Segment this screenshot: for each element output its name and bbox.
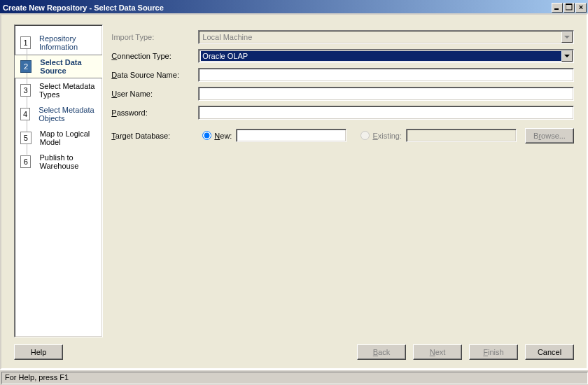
maximize-icon[interactable]: [564, 3, 575, 13]
step-select-data-source[interactable]: 2 Select Data Source: [15, 55, 102, 78]
target-existing-radio: Existing:: [360, 131, 402, 140]
window-title: Create New Repository - Select Data Sour…: [3, 4, 164, 12]
connection-type-label: Connection Type:: [111, 52, 198, 60]
wizard-steps-sidebar: 1 Repository Information 2 Select Data S…: [14, 24, 103, 337]
help-button[interactable]: Help: [14, 344, 63, 360]
step-label: Select Metadata Objects: [38, 106, 102, 122]
step-label: Repository Information: [39, 34, 102, 51]
titlebar: Create New Repository - Select Data Sour…: [0, 0, 588, 13]
step-number: 3: [20, 84, 31, 97]
browse-button: Browse...: [525, 128, 574, 144]
step-select-metadata-objects[interactable]: 4 Select Metadata Objects: [15, 102, 102, 126]
radio-input: [360, 131, 370, 140]
step-label: Select Metadata Types: [39, 82, 102, 99]
step-number: 1: [20, 36, 31, 49]
svg-rect-0: [554, 8, 559, 10]
step-publish-to-warehouse[interactable]: 6 Publish to Warehouse: [15, 150, 102, 174]
user-name-input[interactable]: [198, 87, 574, 101]
next-button: Next: [413, 344, 462, 360]
form-panel: Import Type: Local Machine Connection Ty…: [111, 24, 574, 337]
step-repository-information[interactable]: 1 Repository Information: [15, 31, 102, 55]
connection-type-select[interactable]: Oracle OLAP: [198, 49, 574, 63]
minimize-icon[interactable]: [552, 3, 563, 13]
step-number: 4: [20, 108, 30, 120]
status-bar: For Help, press F1: [0, 370, 588, 385]
connection-type-value: Oracle OLAP: [201, 51, 561, 61]
data-source-name-input[interactable]: [198, 68, 574, 82]
back-button: Back: [357, 344, 406, 360]
step-number: 5: [20, 132, 31, 144]
step-label: Map to Logical Model: [40, 130, 103, 146]
step-map-to-logical-model[interactable]: 5 Map to Logical Model: [15, 126, 102, 150]
radio-input[interactable]: [202, 131, 211, 140]
password-label: Password:: [111, 108, 198, 117]
step-label: Select Data Source: [40, 58, 102, 75]
chevron-down-icon[interactable]: [561, 50, 573, 62]
target-database-label: Target Database:: [111, 132, 198, 140]
step-select-metadata-types[interactable]: 3 Select Metadata Types: [15, 78, 102, 102]
target-existing-input: [406, 129, 517, 142]
wizard-button-bar: Help Back Next Finish Cancel: [1, 337, 587, 368]
chevron-down-icon: [561, 31, 573, 43]
import-type-value: Local Machine: [201, 32, 561, 42]
data-source-name-label: Data Source Name:: [111, 71, 198, 79]
cancel-button[interactable]: Cancel: [525, 344, 574, 360]
step-label: Publish to Warehouse: [39, 153, 102, 170]
import-type-label: Import Type:: [111, 33, 198, 41]
import-type-select: Local Machine: [198, 30, 574, 44]
step-number: 6: [20, 155, 31, 168]
svg-rect-2: [566, 4, 572, 5]
user-name-label: User Name:: [111, 90, 198, 98]
target-new-radio[interactable]: New:: [202, 131, 232, 140]
dialog-body: 1 Repository Information 2 Select Data S…: [0, 13, 588, 370]
target-new-input[interactable]: [236, 129, 346, 142]
status-text: For Help, press F1: [1, 372, 588, 384]
close-icon[interactable]: ×: [575, 3, 587, 13]
password-input[interactable]: [198, 106, 574, 120]
step-number: 2: [20, 60, 31, 73]
finish-button: Finish: [469, 344, 518, 360]
